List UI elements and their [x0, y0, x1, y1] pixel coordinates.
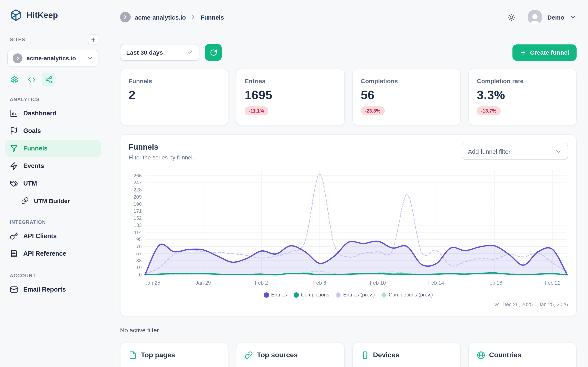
hitkeep-logo-icon: [10, 9, 22, 21]
legend-label: Entries: [271, 292, 287, 298]
sites-section-label: SITES: [10, 37, 25, 42]
sidebar-item-label: Funnels: [23, 145, 48, 152]
globe-icon: [477, 351, 485, 359]
breakdown-card-title: Devices: [373, 351, 399, 359]
sidebar-item-label: UTM Builder: [34, 197, 70, 204]
sidebar-item-goals[interactable]: Goals: [5, 122, 101, 140]
mail-icon: [10, 285, 18, 294]
sidebar-item-api-reference[interactable]: API Reference: [5, 245, 101, 262]
breakdown-card-title: Countries: [489, 351, 522, 359]
funnel-filter-select[interactable]: Add funnel filter: [462, 143, 568, 160]
smartphone-icon: [361, 351, 369, 359]
entries-area-fill: [145, 241, 567, 275]
stat-card-completion-rate: Completion rate3.3%-13.7%: [468, 69, 577, 125]
chart-legend: EntriesCompletionsEntries (prev.)Complet…: [129, 292, 568, 298]
breakdown-card-title: Top sources: [257, 351, 298, 359]
site-quick-actions: [0, 67, 106, 86]
x-axis-tick: Jan 25: [145, 280, 160, 286]
settings-button[interactable]: [7, 73, 21, 86]
y-axis-tick: 152: [134, 215, 142, 221]
funnel-icon: [10, 144, 18, 152]
flag-icon: [10, 127, 18, 135]
link-icon: [245, 351, 253, 359]
legend-item-completions[interactable]: Completions: [294, 292, 329, 298]
code-button[interactable]: [25, 73, 38, 86]
y-axis-tick: 209: [134, 194, 142, 200]
link-icon: [245, 351, 253, 359]
sidebar-nav: ANALYTICSDashboardGoalsFunnelsEventsUTMU…: [0, 86, 106, 298]
chevron-down-icon: [555, 148, 562, 155]
nav-section-label: ACCOUNT: [0, 263, 106, 281]
sidebar-item-label: UTM: [23, 180, 37, 187]
nav-section-label: INTEGRATION: [0, 209, 106, 227]
funnel-icon: [10, 144, 18, 152]
legend-dot: [294, 292, 299, 298]
chevron-down-icon: [86, 55, 93, 62]
sidebar-item-api-clients[interactable]: API Clients: [5, 227, 101, 245]
stat-value: 56: [361, 88, 452, 102]
create-funnel-button[interactable]: Create funnel: [512, 44, 577, 60]
legend-item-completions-prev-[interactable]: Completions (prev.): [381, 292, 433, 298]
chevron-down-icon: [186, 49, 193, 56]
user-menu[interactable]: Demo: [508, 10, 577, 25]
y-axis-tick: 171: [134, 208, 142, 214]
x-axis-tick: Feb 2: [255, 280, 268, 286]
add-site-button[interactable]: [88, 34, 98, 45]
person-icon: [528, 11, 543, 25]
book-icon: [10, 250, 18, 258]
flag-icon: [10, 127, 18, 135]
sidebar-item-dashboard[interactable]: Dashboard: [5, 105, 101, 122]
sidebar-item-utm-builder[interactable]: UTM Builder: [5, 192, 101, 209]
sidebar-item-utm[interactable]: UTM: [5, 175, 101, 192]
refresh-button[interactable]: [205, 44, 222, 61]
bar-chart-icon: [10, 109, 18, 117]
sidebar-item-label: Goals: [23, 127, 41, 134]
breakdown-card-top-pages: Top pages: [120, 342, 228, 367]
stat-delta-badge: -23.3%: [361, 106, 384, 115]
x-axis-tick: Feb 14: [428, 280, 444, 286]
theme-toggle-button[interactable]: [508, 13, 516, 21]
sidebar-item-funnels[interactable]: Funnels: [5, 140, 101, 157]
stat-card-funnels: Funnels2: [120, 69, 228, 125]
stat-value: 2: [129, 88, 220, 102]
stat-delta-badge: -13.7%: [477, 106, 501, 115]
x-axis-tick: Feb 10: [370, 280, 386, 286]
sidebar-item-email-reports[interactable]: Email Reports: [5, 281, 101, 298]
stat-value: 1695: [245, 88, 336, 102]
sidebar-item-events[interactable]: Events: [5, 157, 101, 175]
x-axis-tick: Feb 18: [486, 280, 502, 286]
sidebar-item-label: Email Reports: [23, 286, 66, 293]
breakdown-card-title: Top pages: [141, 351, 175, 359]
sun-icon: [508, 13, 516, 21]
x-axis-tick: Feb 22: [545, 280, 561, 286]
stat-label: Completions: [361, 77, 452, 84]
bar-chart-icon: [10, 109, 18, 117]
smartphone-icon: [361, 351, 369, 359]
plus-icon: [520, 49, 526, 56]
stat-card-completions: Completions56-23.3%: [352, 69, 461, 125]
breadcrumb-site[interactable]: acme-analytics.io: [135, 14, 186, 21]
breadcrumb: acme-analytics.io Funnels: [120, 12, 224, 22]
y-axis-tick: 0: [139, 272, 142, 277]
site-selector[interactable]: acme-analytics.io: [7, 50, 98, 67]
share-button[interactable]: [42, 73, 56, 86]
legend-item-entries[interactable]: Entries: [264, 292, 287, 298]
legend-label: Entries (prev.): [343, 292, 375, 298]
stat-label: Completion rate: [477, 77, 568, 84]
sidebar-item-label: API Clients: [23, 233, 57, 240]
share-icon: [45, 76, 52, 83]
legend-item-entries-prev-[interactable]: Entries (prev.): [336, 292, 375, 298]
book-icon: [10, 250, 18, 258]
y-axis-tick: 247: [134, 180, 142, 185]
y-axis-tick: 38: [136, 258, 142, 263]
breadcrumb-site-icon: [120, 12, 131, 22]
comparison-caption: vs. Dec 26, 2025 – Jan 25, 2026: [129, 302, 568, 308]
funnel-filter-placeholder: Add funnel filter: [468, 148, 510, 155]
file-icon: [129, 351, 137, 359]
date-range-select[interactable]: Last 30 days: [120, 44, 199, 61]
date-range-value: Last 30 days: [126, 49, 163, 56]
y-axis-tick: 19: [136, 265, 142, 270]
y-axis-tick: 190: [134, 201, 142, 207]
link-icon: [21, 197, 29, 204]
nav-section-label: ANALYTICS: [0, 86, 106, 104]
